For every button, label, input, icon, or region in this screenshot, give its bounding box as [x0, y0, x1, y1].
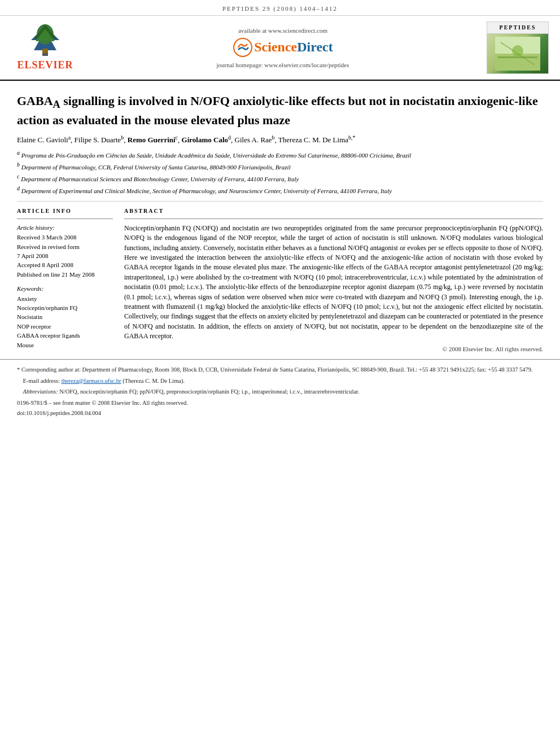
email-address[interactable]: thereza@farmaco.ufsc.br	[62, 378, 121, 384]
journal-homepage-text: journal homepage: www.elsevier.com/locat…	[216, 61, 349, 69]
elsevier-logo-img: ELSEVIER	[11, 23, 79, 72]
sciencedirect-logo: ScienceDirect	[233, 37, 333, 58]
article-title: GABAA signalling is involved in N/OFQ an…	[17, 93, 543, 128]
keyword-nocistatin: Nocistatin	[17, 313, 113, 321]
history-label: Article history:	[17, 224, 113, 232]
sciencedirect-icon	[233, 37, 253, 58]
affil-d: d Department of Experimental and Clinica…	[17, 185, 543, 195]
email-label: E-mail address:	[23, 378, 60, 384]
copyright-line: © 2008 Elsevier Inc. All rights reserved…	[124, 345, 543, 353]
keyword-mouse: Mouse	[17, 341, 113, 350]
received-revised-label: Received in revised form	[17, 243, 113, 251]
available-text: available at www.sciencedirect.com	[238, 27, 327, 35]
authors-line: Elaine C. Gaviolia, Filipe S. Duarteb, R…	[17, 134, 543, 146]
corresponding-label: * Corresponding author at:	[17, 366, 81, 373]
corresponding-author: * Corresponding author at: Department of…	[17, 365, 543, 374]
peptides-box-cover	[487, 34, 548, 73]
sciencedirect-center: available at www.sciencedirect.com Scien…	[79, 27, 487, 70]
banner-area: ELSEVIER available at www.sciencedirect.…	[0, 16, 560, 81]
affil-b: b Department of Pharmacology, CCB, Feder…	[17, 161, 543, 172]
article-content: GABAA signalling is involved in N/OFQ an…	[0, 81, 560, 359]
article-info-title: ARTICLE INFO	[17, 207, 113, 215]
page-wrapper: PEPTIDES 29 (2008) 1404–1412 ELSEVIER	[0, 0, 560, 425]
affiliations: a Programa de Pós-Graduação em Ciências …	[17, 149, 543, 195]
journal-header-text: PEPTIDES 29 (2008) 1404–1412	[222, 5, 338, 12]
article-info-divider	[17, 219, 113, 219]
svg-point-10	[512, 45, 523, 56]
keyword-nociceptin: Nociceptin/orphanin FQ	[17, 304, 113, 312]
keyword-anxiety: Anxiety	[17, 295, 113, 303]
abbreviations-text: N/OFQ, nociceptin/orphanin FQ; ppN/OFQ, …	[59, 388, 359, 395]
peptides-box-title: PEPTIDES	[487, 22, 548, 34]
abstract-text: Nociceptin/orphanin FQ (N/OFQ) and nocis…	[124, 224, 543, 342]
keywords-label: Keywords:	[17, 285, 113, 293]
svg-rect-5	[42, 49, 48, 53]
journal-header: PEPTIDES 29 (2008) 1404–1412	[0, 0, 560, 16]
keyword-gaba: GABAA receptor ligands	[17, 331, 113, 340]
abstract-title: ABSTRACT	[124, 207, 543, 215]
section-divider	[17, 201, 543, 202]
sciencedirect-wordmark: ScienceDirect	[254, 38, 333, 57]
peptides-journal-box: PEPTIDES	[487, 21, 549, 74]
abbreviations-line: Abbreviations: N/OFQ, nociceptin/orphani…	[17, 387, 543, 396]
article-info-column: ARTICLE INFO Article history: Received 3…	[17, 207, 113, 353]
issn-line: 0196-9781/$ – see front matter © 2008 El…	[17, 399, 543, 408]
email-line: E-mail address: thereza@farmaco.ufsc.br …	[17, 377, 543, 386]
page-footer: * Corresponding author at: Department of…	[0, 359, 560, 425]
published-date: Published on line 21 May 2008	[17, 270, 113, 279]
abbreviations-label: Abbreviations:	[23, 388, 58, 395]
abstract-column: ABSTRACT Nociceptin/orphanin FQ (N/OFQ) …	[124, 207, 543, 353]
revised-date: 7 April 2008	[17, 252, 113, 260]
svg-rect-11	[498, 56, 537, 58]
corresponding-text: Department of Pharmacology, Room 308, Bl…	[82, 366, 532, 373]
elsevier-logo: ELSEVIER	[11, 23, 79, 72]
doi-line: doi:10.1016/j.peptides.2008.04.004	[17, 409, 543, 418]
elsevier-tree-icon	[25, 23, 65, 57]
affil-c: c Department of Pharmaceutical Sciences …	[17, 173, 543, 184]
abstract-divider	[124, 219, 543, 219]
received-date: Received 3 March 2008	[17, 233, 113, 242]
peptides-cover-svg	[495, 37, 540, 71]
accepted-date: Accepted 8 April 2008	[17, 261, 113, 269]
elsevier-wordmark: ELSEVIER	[17, 58, 73, 72]
gaba-subscript: A	[53, 99, 60, 111]
email-owner: (Thereza C. M. De Lima).	[123, 378, 185, 384]
keyword-nop: NOP receptor	[17, 322, 113, 331]
two-column-layout: ARTICLE INFO Article history: Received 3…	[17, 207, 543, 353]
affil-a: a Programa de Pós-Graduação em Ciências …	[17, 149, 543, 160]
